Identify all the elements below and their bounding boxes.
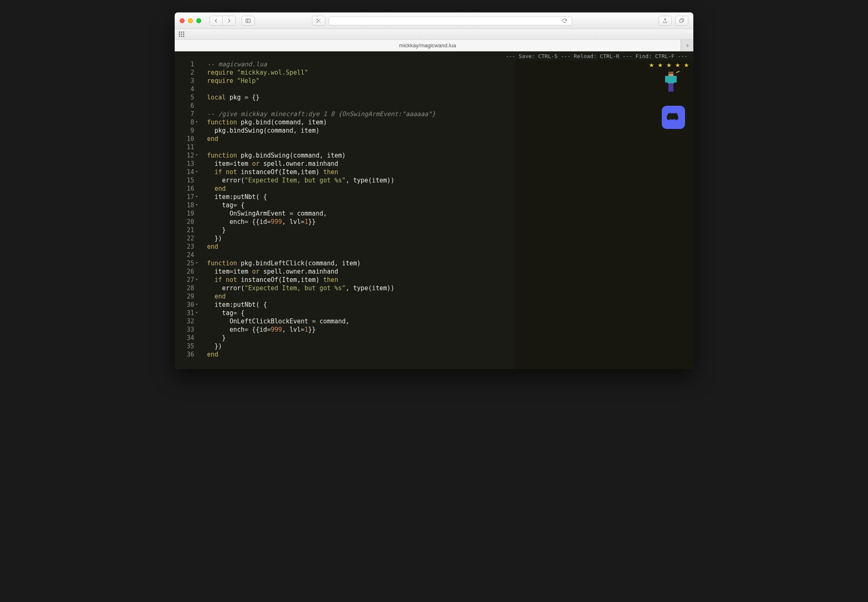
code-content[interactable]: -- magicwand.luarequire "mickkay.wol.Spe…	[200, 60, 515, 369]
line-number[interactable]: 11	[175, 143, 198, 151]
code-line[interactable]: OnSwingArmEvent = command,	[207, 209, 515, 218]
line-number[interactable]: 9	[175, 126, 198, 135]
tabs-overview-button[interactable]	[675, 16, 688, 26]
line-number[interactable]: 28	[175, 284, 198, 292]
code-line[interactable]	[207, 102, 515, 110]
line-number[interactable]: 32	[175, 317, 198, 325]
line-number[interactable]: 34	[175, 334, 198, 342]
share-button[interactable]	[658, 16, 672, 26]
line-number[interactable]: 25▾	[175, 259, 198, 267]
code-line[interactable]: require "mickkay.wol.Spell"	[207, 68, 515, 77]
tabs-icon	[679, 18, 685, 24]
line-number[interactable]: 2	[175, 68, 198, 77]
code-line[interactable]: item=item or spell.owner.mainhand	[207, 160, 515, 168]
close-window-button[interactable]	[180, 18, 185, 23]
line-number[interactable]: 16	[175, 184, 198, 193]
code-line[interactable]: ench= {{id=999, lvl=1}}	[207, 218, 515, 226]
line-number[interactable]: 4	[175, 85, 198, 93]
line-number[interactable]: 35	[175, 342, 198, 350]
back-button[interactable]	[210, 16, 223, 26]
line-number[interactable]: 14▾	[175, 168, 198, 176]
code-line[interactable]: pkg.bindSwing(command, item)	[207, 126, 515, 135]
code-line[interactable]: item=item or spell.owner.mainhand	[207, 267, 515, 276]
code-line[interactable]	[207, 85, 515, 93]
line-number[interactable]: 15	[175, 176, 198, 184]
code-line[interactable]: error("Expected Item, but got %s", type(…	[207, 176, 515, 184]
line-number[interactable]: 13	[175, 160, 198, 168]
code-line[interactable]: if not instanceOf(Item,item) then	[207, 168, 515, 176]
address-bar[interactable]	[329, 16, 572, 25]
line-number[interactable]: 19	[175, 209, 198, 218]
nav-buttons	[210, 16, 236, 26]
line-number[interactable]: 7	[175, 110, 198, 118]
title-bar	[175, 12, 693, 29]
code-line[interactable]: end	[207, 184, 515, 193]
editor-area: --- Save: CTRL-S --- Reload: CTRL-R --- …	[175, 51, 693, 369]
new-tab-button[interactable]	[681, 40, 693, 51]
sidebar-toggle-button[interactable]	[241, 16, 255, 26]
code-line[interactable]: end	[207, 135, 515, 143]
line-number[interactable]: 24	[175, 251, 198, 259]
apps-icon[interactable]	[179, 32, 184, 37]
reload-icon	[562, 18, 568, 24]
code-line[interactable]: item:putNbt( {	[207, 193, 515, 201]
fullscreen-window-button[interactable]	[196, 18, 201, 23]
scissors-icon	[316, 18, 322, 24]
forward-button[interactable]	[222, 16, 236, 26]
line-number[interactable]: 12▾	[175, 151, 198, 160]
line-number[interactable]: 27▾	[175, 276, 198, 284]
plus-icon	[685, 43, 690, 49]
line-number[interactable]: 3	[175, 77, 198, 85]
line-number[interactable]: 5	[175, 93, 198, 102]
line-number[interactable]: 22	[175, 234, 198, 243]
code-line[interactable]: }	[207, 226, 515, 234]
reader-button[interactable]	[312, 16, 325, 26]
code-line[interactable]: function pkg.bind(command, item)	[207, 118, 515, 126]
code-line[interactable]: }	[207, 334, 515, 342]
code-line[interactable]: tag= {	[207, 309, 515, 317]
code-line[interactable]: local pkg = {}	[207, 93, 515, 102]
code-line[interactable]: function pkg.bindLeftClick(command, item…	[207, 259, 515, 267]
code-line[interactable]: })	[207, 234, 515, 243]
code-line[interactable]: item:putNbt( {	[207, 301, 515, 309]
editor-hint: --- Save: CTRL-S --- Reload: CTRL-R --- …	[175, 51, 693, 60]
code-line[interactable]	[207, 143, 515, 151]
code-line[interactable]: -- magicwand.lua	[207, 60, 515, 68]
line-number[interactable]: 1	[175, 60, 198, 68]
minimize-window-button[interactable]	[188, 18, 193, 23]
code-line[interactable]: end	[207, 243, 515, 251]
svg-rect-4	[680, 19, 683, 22]
code-line[interactable]: error("Expected Item, but got %s", type(…	[207, 284, 515, 292]
line-number[interactable]: 31▾	[175, 309, 198, 317]
line-number[interactable]: 30▾	[175, 301, 198, 309]
code-line[interactable]	[207, 251, 515, 259]
line-number[interactable]: 8▾	[175, 118, 198, 126]
line-number[interactable]: 29	[175, 292, 198, 301]
code-line[interactable]: function pkg.bindSwing(command, item)	[207, 151, 515, 160]
line-number[interactable]: 33	[175, 325, 198, 334]
code-line[interactable]: require "Help"	[207, 77, 515, 85]
line-number[interactable]: 20	[175, 218, 198, 226]
traffic-lights	[180, 18, 201, 23]
line-number[interactable]: 26	[175, 267, 198, 276]
line-number[interactable]: 6	[175, 102, 198, 110]
line-number[interactable]: 21	[175, 226, 198, 234]
code-line[interactable]: OnLeftClickBlockEvent = command,	[207, 317, 515, 325]
tab-file[interactable]: mickkay/magicwand.lua	[175, 40, 681, 51]
code-line[interactable]: tag= {	[207, 201, 515, 209]
line-gutter[interactable]: 1 2 3 4 5 6 7 8▾9 10 11 12▾13 14▾15 16 1…	[175, 60, 200, 369]
code-line[interactable]: ench= {{id=999, lvl=1}}	[207, 325, 515, 334]
share-icon	[662, 18, 668, 24]
code-line[interactable]: end	[207, 350, 515, 359]
line-number[interactable]: 36	[175, 350, 198, 359]
line-number[interactable]: 10	[175, 135, 198, 143]
code-line[interactable]: })	[207, 342, 515, 350]
line-number[interactable]: 17▾	[175, 193, 198, 201]
chevron-right-icon	[226, 18, 232, 24]
discord-icon[interactable]	[662, 106, 685, 129]
line-number[interactable]: 23	[175, 243, 198, 251]
code-line[interactable]: -- /give mickkay minecraft:dye 1 8 {OnSw…	[207, 110, 515, 118]
code-line[interactable]: if not instanceOf(Item,item) then	[207, 276, 515, 284]
code-line[interactable]: end	[207, 292, 515, 301]
line-number[interactable]: 18▾	[175, 201, 198, 209]
